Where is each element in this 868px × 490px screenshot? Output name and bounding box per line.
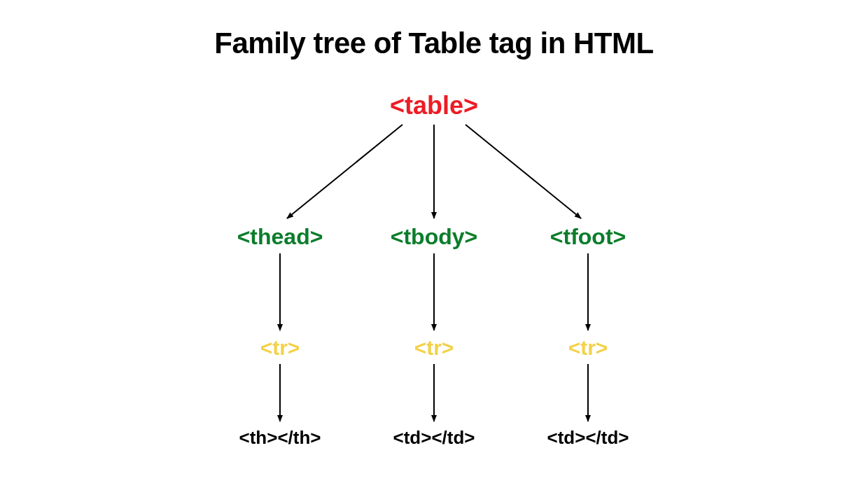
node-td-1: <td></td> [393, 427, 475, 449]
node-tr-2: <tr> [414, 336, 454, 360]
node-tr-1: <tr> [260, 336, 300, 360]
node-th: <th></th> [239, 427, 321, 449]
node-table: <table> [390, 91, 478, 120]
svg-line-2 [465, 125, 581, 218]
node-tr-3: <tr> [568, 336, 608, 360]
node-tbody: <tbody> [391, 224, 477, 250]
node-td-2: <td></td> [547, 427, 629, 449]
node-tfoot: <tfoot> [550, 224, 626, 250]
diagram-title: Family tree of Table tag in HTML [0, 27, 868, 60]
diagram-stage: Family tree of Table tag in HTML <table>… [0, 0, 868, 490]
node-thead: <thead> [237, 224, 323, 250]
svg-line-0 [287, 125, 402, 218]
